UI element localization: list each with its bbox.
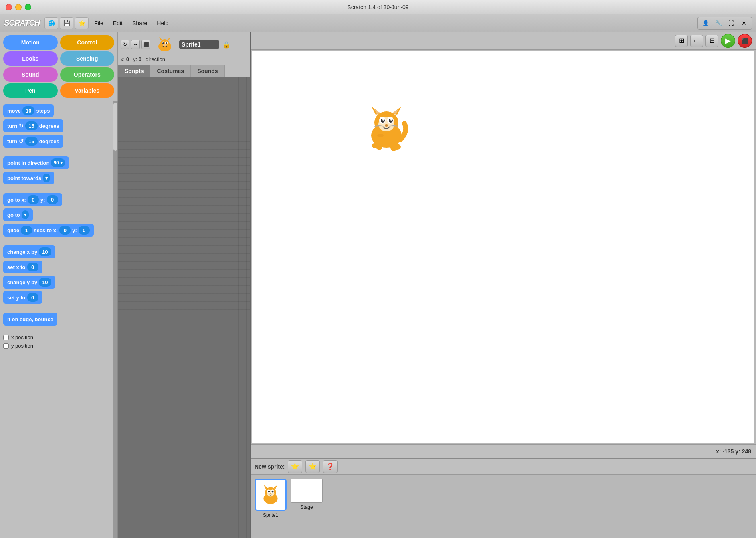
load-sprite-btn[interactable]: ⭐ <box>305 460 320 473</box>
block-change-x-value[interactable]: 10 <box>39 247 51 256</box>
save-icon-btn[interactable]: 💾 <box>60 17 73 29</box>
checkbox-x-label: x position <box>11 334 33 340</box>
sprite-item-stage[interactable]: Stage <box>291 479 323 510</box>
surprise-sprite-btn[interactable]: ❓ <box>323 460 338 473</box>
green-flag-button[interactable]: ▶ <box>721 34 735 48</box>
sprite-y-val: 0 <box>139 56 141 62</box>
block-turn-ccw-value[interactable]: 15 <box>25 137 37 146</box>
block-goto-xy[interactable]: go to x: 0 y: 0 <box>3 193 62 206</box>
tab-sounds[interactable]: Sounds <box>191 65 224 77</box>
block-set-y[interactable]: set y to 0 <box>3 291 42 304</box>
sprite-coords: x: 0 y: 0 direction <box>121 56 247 62</box>
paint-new-sprite-btn[interactable]: ⭐ <box>288 460 302 473</box>
block-turn-cw[interactable]: turn ↻ 15 degrees <box>3 119 63 132</box>
blocks-scrollbar[interactable] <box>113 101 117 538</box>
block-bounce[interactable]: if on edge, bounce <box>3 313 57 326</box>
menu-edit[interactable]: Edit <box>109 18 127 28</box>
sprite-name-field[interactable] <box>179 40 219 49</box>
tab-scripts[interactable]: Scripts <box>118 65 150 77</box>
share-icon-btn[interactable]: ⭐ <box>75 17 89 29</box>
block-turn-cw-value[interactable]: 15 <box>25 121 37 130</box>
minimize-button[interactable] <box>15 4 22 10</box>
cat-operators[interactable]: Operators <box>60 67 115 82</box>
cat-sound[interactable]: Sound <box>3 67 58 82</box>
block-change-y-text: change y by <box>7 279 37 285</box>
svg-point-8 <box>163 44 167 46</box>
sprite-item-sprite1[interactable]: Sprite1 <box>255 479 287 518</box>
checkbox-y-input[interactable] <box>3 343 9 349</box>
stage-thumb-container <box>291 479 323 503</box>
cat-control[interactable]: Control <box>60 35 115 50</box>
menu-file[interactable]: File <box>90 18 107 28</box>
block-point-dir-value[interactable]: 90 ▾ <box>51 158 65 167</box>
cat-pen[interactable]: Pen <box>3 83 58 98</box>
close-button[interactable] <box>6 4 12 10</box>
block-glide[interactable]: glide 1 secs to x: 0 y: 0 <box>3 224 94 237</box>
stage-layout-btn-2[interactable]: ▭ <box>690 35 703 47</box>
expand-icon-btn[interactable]: ✕ <box>738 18 750 28</box>
block-turn-cw-text: turn <box>7 123 17 129</box>
maximize-button[interactable] <box>25 4 31 10</box>
block-point-direction[interactable]: point in direction 90 ▾ <box>3 156 69 169</box>
block-glide-text3: y: <box>72 227 77 233</box>
menu-share[interactable]: Share <box>128 18 151 28</box>
block-set-x-value[interactable]: 0 <box>27 263 38 271</box>
block-goto-x-value[interactable]: 0 <box>28 195 39 204</box>
cat-motion[interactable]: Motion <box>3 35 58 50</box>
block-change-y-value[interactable]: 10 <box>39 278 51 287</box>
scripts-canvas[interactable] <box>118 77 250 538</box>
window-controls <box>6 4 31 10</box>
stage-canvas[interactable] <box>252 51 754 443</box>
block-glide-x[interactable]: 0 <box>59 226 71 235</box>
sprite-x-label: x: 0 <box>121 56 129 62</box>
sprite-list-area: New sprite: ⭐ ⭐ ❓ <box>251 458 756 538</box>
stage-layout-btn-1[interactable]: ⊞ <box>675 35 688 47</box>
sprite-controls: ↻ ↔ ⬛ <box>121 40 150 49</box>
sprite-header-thumb <box>154 34 176 55</box>
block-goto-xy-text2: y: <box>40 197 45 203</box>
fullscreen-icon-btn[interactable]: ⛶ <box>725 18 737 28</box>
wrench-icon-btn[interactable]: 🔧 <box>712 18 724 28</box>
block-turn-ccw[interactable]: turn ↺ 15 degrees <box>3 135 63 148</box>
sprite-header: ↻ ↔ ⬛ <box>118 32 250 65</box>
block-glide-secs[interactable]: 1 <box>21 226 32 235</box>
blocks-scroll-thumb[interactable] <box>113 103 117 151</box>
block-set-x[interactable]: set x to 0 <box>3 261 42 273</box>
block-goto-dropdown[interactable]: go to ▾ <box>3 208 33 221</box>
svg-point-20 <box>382 119 384 121</box>
sprite-ctrl-lock[interactable]: ⬛ <box>141 40 150 49</box>
globe-icon-btn[interactable]: 🌐 <box>44 17 58 29</box>
block-move[interactable]: move 10 steps <box>3 104 54 117</box>
svg-point-40 <box>272 491 274 493</box>
stage-layout-btn-3[interactable]: ⊟ <box>705 35 718 47</box>
svg-point-41 <box>270 493 271 494</box>
cat-looks[interactable]: Looks <box>3 51 58 66</box>
menu-help[interactable]: Help <box>153 18 172 28</box>
block-glide-y[interactable]: 0 <box>79 226 90 235</box>
stage-area: ⊞ ▭ ⊟ ▶ ⬛ <box>251 32 756 538</box>
block-set-x-text: set x to <box>7 264 26 270</box>
block-set-y-value[interactable]: 0 <box>27 293 38 302</box>
block-goto-dropdown-val[interactable]: ▾ <box>22 210 29 219</box>
cat-variables[interactable]: Variables <box>60 83 115 98</box>
block-goto-y-value[interactable]: 0 <box>47 195 58 204</box>
toolbar-icons: 👤 🔧 ⛶ ✕ <box>697 17 752 30</box>
sprite-ctrl-rotate[interactable]: ↻ <box>121 40 129 49</box>
svg-point-7 <box>166 42 167 44</box>
checkbox-x-position[interactable]: x position <box>3 334 112 340</box>
checkbox-y-position[interactable]: y position <box>3 343 112 349</box>
user-icon-btn[interactable]: 👤 <box>699 18 712 28</box>
sprite-ctrl-flip[interactable]: ↔ <box>131 40 140 49</box>
block-change-y[interactable]: change y by 10 <box>3 276 55 289</box>
tab-costumes[interactable]: Costumes <box>150 65 191 77</box>
stage-bottom: x: -135 y: 248 <box>251 444 756 458</box>
svg-marker-34 <box>264 485 268 489</box>
checkbox-x-input[interactable] <box>3 335 9 340</box>
block-move-value[interactable]: 10 <box>22 106 34 115</box>
cat-sensing[interactable]: Sensing <box>60 51 115 66</box>
block-point-towards-dropdown[interactable]: ▾ <box>43 174 50 182</box>
stop-button[interactable]: ⬛ <box>738 34 752 48</box>
block-point-towards[interactable]: point towards ▾ <box>3 172 54 184</box>
block-change-x[interactable]: change x by 10 <box>3 245 55 258</box>
coords-display: x: -135 y: 248 <box>716 448 751 455</box>
